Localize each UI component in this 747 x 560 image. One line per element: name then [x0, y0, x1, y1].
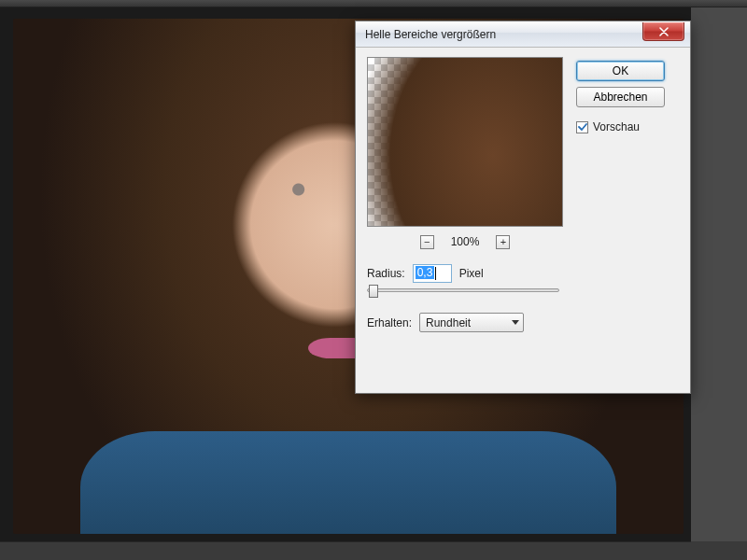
- preview-checkbox[interactable]: [576, 121, 588, 133]
- maximum-filter-dialog: Helle Bereiche vergrößern − 100% + Radiu…: [355, 21, 691, 394]
- horizontal-scrollbar[interactable]: [0, 541, 691, 560]
- chevron-down-icon: [512, 320, 519, 325]
- preview-toggle-row: Vorschau: [576, 120, 665, 133]
- filter-preview[interactable]: [367, 57, 563, 227]
- side-panel: [691, 7, 747, 541]
- cancel-label: Abbrechen: [593, 91, 647, 104]
- dialog-titlebar[interactable]: Helle Bereiche vergrößern: [356, 21, 690, 48]
- dialog-left-column: − 100% + Radius: 0,3 Pixel Er: [367, 57, 563, 384]
- dialog-title: Helle Bereiche vergrößern: [365, 28, 496, 41]
- slider-track: [367, 288, 559, 292]
- radius-row: Radius: 0,3 Pixel: [367, 264, 563, 283]
- close-button[interactable]: [642, 22, 684, 41]
- radius-value: 0,3: [416, 266, 435, 279]
- slider-thumb[interactable]: [369, 285, 378, 298]
- cancel-button[interactable]: Abbrechen: [576, 87, 665, 107]
- preview-image: [367, 57, 563, 227]
- image-detail: [80, 431, 616, 534]
- zoom-in-button[interactable]: +: [496, 235, 510, 249]
- preview-checkbox-label: Vorschau: [593, 120, 640, 133]
- zoom-controls: − 100% +: [367, 232, 563, 251]
- text-caret: [435, 267, 436, 280]
- zoom-level: 100%: [451, 235, 480, 248]
- radius-label: Radius:: [367, 267, 405, 280]
- app-toolbar: [0, 0, 747, 7]
- preserve-combobox[interactable]: Rundheit: [419, 313, 524, 332]
- dialog-right-column: OK Abbrechen Vorschau: [576, 57, 665, 384]
- ok-button[interactable]: OK: [576, 61, 665, 81]
- preserve-row: Erhalten: Rundheit: [367, 313, 563, 332]
- radius-unit: Pixel: [459, 267, 484, 280]
- zoom-out-button[interactable]: −: [420, 235, 434, 249]
- radius-slider[interactable]: [367, 288, 559, 292]
- preserve-label: Erhalten:: [367, 316, 412, 329]
- plus-icon: +: [500, 237, 506, 247]
- minus-icon: −: [424, 237, 430, 247]
- dialog-body: − 100% + Radius: 0,3 Pixel Er: [356, 48, 690, 393]
- checkmark-icon: [578, 122, 587, 132]
- close-icon: [659, 27, 669, 36]
- radius-input[interactable]: 0,3: [413, 264, 452, 283]
- ok-label: OK: [613, 64, 628, 77]
- preserve-value: Rundheit: [426, 316, 471, 329]
